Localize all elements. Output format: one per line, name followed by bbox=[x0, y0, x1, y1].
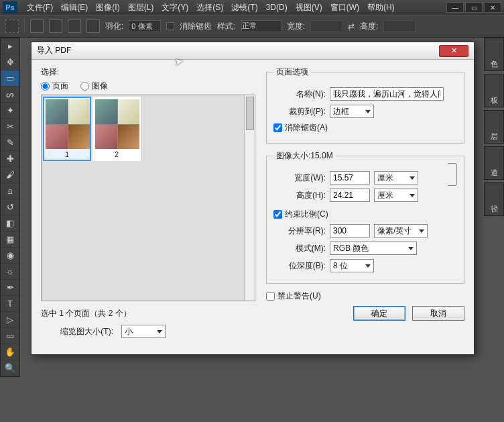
thumbnail-number: 2 bbox=[115, 150, 119, 158]
pen-tool[interactable]: ✒ bbox=[1, 280, 19, 296]
clone-stamp-tool[interactable]: ⩍ bbox=[1, 183, 19, 199]
width-label: 宽度(W): bbox=[273, 172, 326, 184]
history-brush-tool[interactable]: ↺ bbox=[1, 199, 19, 215]
width-input bbox=[310, 20, 342, 32]
menu-edit[interactable]: 编辑(E) bbox=[57, 2, 92, 13]
marquee-tool[interactable]: ▭ bbox=[1, 70, 19, 87]
image-size-group: 图像大小:15.0M 宽度(W): 厘米 高度(H): 厘米 bbox=[266, 150, 464, 284]
eraser-tool[interactable]: ◧ bbox=[1, 215, 19, 231]
radio-page[interactable]: 页面 bbox=[41, 81, 68, 92]
feather-input[interactable] bbox=[129, 20, 161, 32]
thumbnail-2[interactable]: 2 bbox=[92, 97, 141, 161]
width-unit-select[interactable]: 厘米 bbox=[374, 171, 418, 184]
shape-tool[interactable]: ▭ bbox=[1, 328, 19, 344]
dialog-titlebar[interactable]: 导入 PDF ✕ bbox=[32, 42, 474, 60]
tab-toggle-icon[interactable]: ▸ bbox=[1, 38, 19, 54]
swap-icon[interactable]: ⇄ bbox=[348, 21, 355, 31]
page-options-group: 页面选项 名称(N): 裁剪到(P): 边框 消除锯齿(A) bbox=[266, 66, 464, 144]
select-label: 选择: bbox=[41, 66, 255, 78]
thumbnail-list: 1 2 bbox=[41, 95, 255, 301]
mode-label: 模式(M): bbox=[273, 243, 326, 254]
width-input[interactable] bbox=[330, 171, 370, 184]
crop-tool[interactable]: ✂ bbox=[1, 119, 19, 135]
menu-file[interactable]: 文件(F) bbox=[23, 2, 57, 13]
menu-type[interactable]: 文字(Y) bbox=[158, 2, 192, 13]
right-panels: 色 板 层 道 径 bbox=[484, 38, 504, 216]
thumbnail-1[interactable]: 1 bbox=[43, 97, 91, 161]
eyedropper-tool[interactable]: ✎ bbox=[1, 135, 19, 151]
style-label: 样式: bbox=[217, 21, 235, 32]
magic-wand-tool[interactable]: ✦ bbox=[1, 103, 19, 119]
move-tool[interactable]: ✥ bbox=[1, 54, 19, 70]
mode-select[interactable]: RGB 颜色 bbox=[330, 242, 417, 255]
crop-label: 裁剪到(P): bbox=[273, 106, 326, 117]
dodge-tool[interactable]: ☼ bbox=[1, 264, 19, 280]
import-pdf-dialog: 导入 PDF ✕ 选择: 页面 图像 1 2 bbox=[31, 42, 475, 355]
zoom-tool[interactable]: 🔍 bbox=[1, 360, 19, 376]
thumbsize-label: 缩览图大小(T): bbox=[41, 326, 113, 337]
name-label: 名称(N): bbox=[273, 89, 326, 100]
antialias-checkbox[interactable] bbox=[166, 22, 174, 30]
panel-channels[interactable]: 道 bbox=[484, 146, 504, 180]
hand-tool[interactable]: ✋ bbox=[1, 344, 19, 360]
selection-new-icon[interactable] bbox=[30, 19, 44, 33]
thumbsize-select[interactable]: 小 bbox=[121, 325, 166, 338]
name-input[interactable] bbox=[330, 87, 444, 101]
panel-layers[interactable]: 层 bbox=[484, 110, 504, 144]
dialog-title: 导入 PDF bbox=[37, 45, 71, 56]
menu-image[interactable]: 图像(I) bbox=[92, 2, 123, 13]
feather-label: 羽化: bbox=[105, 21, 123, 32]
image-size-legend: 图像大小:15.0M bbox=[273, 150, 336, 162]
link-wh-icon[interactable] bbox=[448, 163, 457, 186]
height-label: 高度: bbox=[360, 21, 378, 32]
lasso-tool[interactable]: ᔕ bbox=[1, 87, 19, 103]
brush-tool[interactable]: 🖌 bbox=[1, 167, 19, 183]
marquee-tool-preset-icon[interactable] bbox=[5, 19, 19, 33]
selection-add-icon[interactable] bbox=[49, 19, 62, 33]
antialias-checkbox[interactable]: 消除锯齿(A) bbox=[273, 122, 457, 134]
menu-layer[interactable]: 图层(L) bbox=[124, 2, 158, 13]
selection-status: 选中 1 个页面（共 2 个） bbox=[41, 308, 255, 319]
cancel-button[interactable]: 取消 bbox=[412, 306, 464, 321]
width-label: 宽度: bbox=[287, 21, 305, 32]
path-select-tool[interactable]: ▷ bbox=[1, 312, 19, 328]
window-close-button[interactable]: ✕ bbox=[484, 2, 501, 13]
bitdepth-select[interactable]: 8 位 bbox=[330, 259, 374, 272]
blur-tool[interactable]: ◉ bbox=[1, 248, 19, 264]
app-logo: Ps bbox=[3, 1, 17, 13]
type-tool[interactable]: T bbox=[1, 296, 19, 312]
tools-panel: ▸ ✥ ▭ ᔕ ✦ ✂ ✎ ✚ 🖌 ⩍ ↺ ◧ ▦ ◉ ☼ ✒ T ▷ ▭ ✋ … bbox=[0, 38, 20, 377]
resolution-unit-select[interactable]: 像素/英寸 bbox=[374, 224, 428, 238]
menu-help[interactable]: 帮助(H) bbox=[363, 2, 399, 13]
ok-button[interactable]: 确定 bbox=[353, 306, 405, 321]
crop-select[interactable]: 边框 bbox=[330, 105, 374, 118]
resolution-input[interactable] bbox=[330, 224, 370, 238]
menu-select[interactable]: 选择(S) bbox=[192, 2, 227, 13]
height-unit-select[interactable]: 厘米 bbox=[374, 189, 418, 202]
panel-paths[interactable]: 径 bbox=[484, 182, 504, 216]
menu-window[interactable]: 窗口(W) bbox=[326, 2, 363, 13]
healing-brush-tool[interactable]: ✚ bbox=[1, 151, 19, 167]
window-minimize-button[interactable]: — bbox=[446, 2, 464, 13]
menu-filter[interactable]: 滤镜(T) bbox=[227, 2, 261, 13]
dialog-close-button[interactable]: ✕ bbox=[439, 45, 468, 57]
thumb-scrollbar[interactable] bbox=[244, 95, 255, 301]
height-label: 高度(H): bbox=[273, 190, 326, 201]
gradient-tool[interactable]: ▦ bbox=[1, 231, 19, 248]
thumbnail-image-icon bbox=[46, 99, 90, 149]
radio-image[interactable]: 图像 bbox=[80, 81, 108, 92]
style-select[interactable]: 正常 bbox=[241, 20, 281, 32]
height-input[interactable] bbox=[330, 189, 370, 202]
menu-3d[interactable]: 3D(D) bbox=[262, 3, 292, 12]
antialias-label: 消除锯齿 bbox=[180, 21, 212, 32]
selection-intersect-icon[interactable] bbox=[86, 19, 100, 33]
selection-subtract-icon[interactable] bbox=[68, 19, 81, 33]
resolution-label: 分辨率(R): bbox=[273, 225, 326, 237]
app-menubar: Ps 文件(F) 编辑(E) 图像(I) 图层(L) 文字(Y) 选择(S) 滤… bbox=[0, 0, 504, 15]
window-maximize-button[interactable]: ▭ bbox=[465, 2, 483, 13]
constrain-checkbox[interactable]: 约束比例(C) bbox=[273, 209, 457, 220]
menu-view[interactable]: 视图(V) bbox=[292, 2, 326, 13]
panel-color[interactable]: 色 bbox=[484, 38, 504, 71]
panel-swatches[interactable]: 板 bbox=[484, 74, 504, 107]
suppress-warnings-checkbox[interactable]: 禁止警告(U) bbox=[266, 291, 464, 302]
